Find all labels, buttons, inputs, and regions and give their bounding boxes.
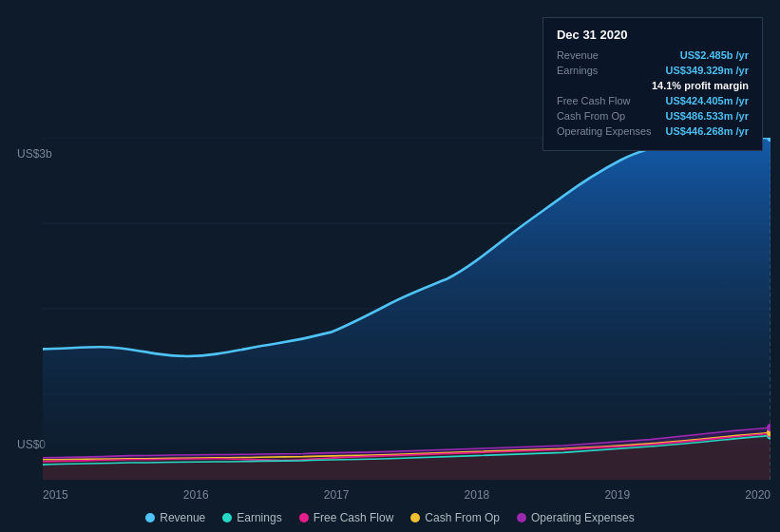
chart-container: Dec 31 2020 Revenue US$2.485b /yr Earnin… [0,0,780,532]
x-label-2016: 2016 [183,488,209,502]
legend-dot-cashfromop [410,513,420,522]
tooltip-value-margin: 14.1% profit margin [652,80,749,91]
tooltip-row-opex: Operating Expenses US$446.268m /yr [557,125,749,137]
tooltip-title: Dec 31 2020 [557,28,749,42]
tooltip-box: Dec 31 2020 Revenue US$2.485b /yr Earnin… [542,17,763,151]
legend-dot-earnings [222,513,232,522]
tooltip-value-cashfromop: US$486.533m /yr [666,110,749,122]
tooltip-label-cashfromop: Cash From Op [557,110,652,122]
legend-fcf[interactable]: Free Cash Flow [299,511,394,524]
legend-label-earnings: Earnings [237,511,281,524]
legend-opex[interactable]: Operating Expenses [517,511,635,524]
legend-dot-opex [517,513,526,522]
chart-legend: Revenue Earnings Free Cash Flow Cash Fro… [0,511,780,524]
tooltip-value-opex: US$446.268m /yr [666,125,749,137]
legend-label-opex: Operating Expenses [531,511,635,524]
tooltip-row-margin: 14.1% profit margin [557,80,749,91]
x-label-2018: 2018 [465,488,490,502]
tooltip-value-earnings: US$349.329m /yr [666,65,749,76]
x-label-2020: 2020 [745,488,770,502]
legend-cashfromop[interactable]: Cash From Op [410,511,500,524]
legend-dot-revenue [145,513,155,522]
y-axis-bottom-label: US$0 [17,438,46,451]
tooltip-row-cashfromop: Cash From Op US$486.533m /yr [557,110,749,122]
tooltip-label-fcf: Free Cash Flow [557,95,652,106]
legend-earnings[interactable]: Earnings [222,511,281,524]
legend-revenue[interactable]: Revenue [145,511,205,524]
tooltip-row-revenue: Revenue US$2.485b /yr [557,49,749,61]
legend-dot-fcf [299,513,309,522]
tooltip-value-fcf: US$424.405m /yr [666,95,749,106]
chart-svg [43,138,770,480]
chart-svg-area [43,138,770,480]
legend-label-cashfromop: Cash From Op [425,511,500,524]
tooltip-value-revenue: US$2.485b /yr [680,49,749,61]
tooltip-label-earnings: Earnings [557,65,652,76]
x-label-2015: 2015 [43,488,68,502]
tooltip-label-opex: Operating Expenses [557,125,652,137]
x-axis: 2015 2016 2017 2018 2019 2020 [43,488,770,502]
x-label-2019: 2019 [604,488,630,502]
tooltip-label-revenue: Revenue [557,49,652,61]
legend-label-revenue: Revenue [160,511,205,524]
x-label-2017: 2017 [324,488,350,502]
tooltip-row-earnings: Earnings US$349.329m /yr [557,65,749,76]
tooltip-row-fcf: Free Cash Flow US$424.405m /yr [557,95,749,106]
legend-label-fcf: Free Cash Flow [314,511,394,524]
